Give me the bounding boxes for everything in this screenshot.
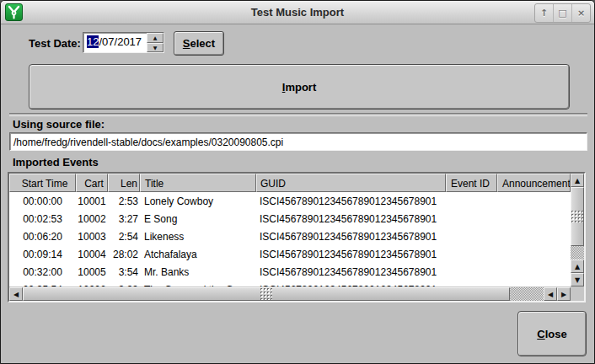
column-header-guid[interactable]: GUID (256, 174, 446, 192)
separator-line (9, 113, 587, 116)
close-icon: × (577, 8, 585, 19)
source-file-label: Using source file: (13, 118, 105, 131)
cell-start_time: 00:02:53 (9, 210, 76, 228)
table-grid: Start TimeCartLenTitleGUIDEvent IDAnnoun… (9, 174, 571, 286)
table-row[interactable]: 00:09:141000428:02AtchafalayaISCI4567890… (9, 245, 571, 263)
horizontal-scrollbar-track[interactable] (510, 287, 544, 301)
select-mnemonic: S (183, 37, 190, 50)
select-date-button[interactable]: Select (174, 31, 224, 56)
date-spin-down-button[interactable]: ▼ (147, 43, 163, 53)
cell-cart: 10001 (76, 192, 108, 210)
vertical-scrollbar[interactable]: ▲ ▲ ▼ (571, 174, 584, 286)
column-header-announcement[interactable]: Announcement (497, 174, 571, 192)
cell-len: 28:02 (108, 245, 140, 263)
test-music-import-dialog: Test Music Import ↑ □ × Test Date: 12/07… (0, 0, 595, 364)
events-table-body[interactable]: 00:00:00100012:53Lonely CowboyISCI456789… (9, 192, 571, 286)
vertical-scrollbar-track[interactable] (571, 246, 584, 260)
cell-event_id (446, 210, 497, 228)
title-bar[interactable]: Test Music Import ↑ □ × (1, 1, 594, 24)
table-header-row: Start TimeCartLenTitleGUIDEvent IDAnnoun… (9, 174, 571, 192)
import-button[interactable]: Import (29, 64, 570, 110)
cell-title: Atchafalaya (140, 245, 256, 263)
cell-announcement (497, 245, 571, 263)
maximize-icon: □ (558, 8, 566, 19)
spin-up-icon: ▲ (153, 35, 158, 40)
scroll-up-button-bottom[interactable]: ▲ (571, 260, 584, 273)
table-row[interactable]: 00:00:00100012:53Lonely CowboyISCI456789… (9, 192, 571, 210)
spin-down-icon: ▼ (153, 45, 158, 51)
cell-len: 3:33 (108, 281, 140, 286)
window-controls: ↑ □ × (534, 3, 591, 23)
scroll-up-icon: ▲ (575, 177, 580, 185)
cell-cart: 10004 (76, 245, 108, 263)
cell-announcement (497, 228, 571, 245)
scroll-down-icon: ▼ (575, 276, 580, 284)
thumb-grip-icon (260, 287, 272, 300)
close-label: lose (545, 328, 567, 340)
close-window-button[interactable]: × (571, 4, 590, 22)
column-header-start_time[interactable]: Start Time (9, 174, 76, 192)
scroll-right-icon: ▶ (561, 291, 566, 298)
date-rest-segment: /07/2017 (99, 35, 142, 48)
scroll-left-button[interactable]: ◀ (9, 287, 23, 301)
cell-guid: ISCI4567890123456789012345678901 (256, 281, 446, 286)
window-title: Test Music Import (1, 1, 594, 24)
cell-cart: 10003 (76, 228, 108, 245)
imported-events-label: Imported Events (13, 156, 99, 169)
scroll-up-icon: ▲ (575, 263, 580, 270)
horizontal-scrollbar[interactable]: ◀ ◀ ▶ (9, 287, 571, 301)
vertical-scrollbar-thumb[interactable] (571, 187, 584, 246)
shade-button[interactable]: ↑ (535, 4, 553, 22)
column-header-title[interactable]: Title (140, 174, 256, 192)
cell-start_time: 00:06:20 (9, 228, 76, 245)
cell-guid: ISCI4567890123456789012345678901 (256, 263, 446, 281)
cell-announcement (497, 210, 571, 228)
cell-cart: 10002 (76, 210, 108, 228)
cell-title: Likeness (140, 228, 256, 245)
test-date-spinbox[interactable]: 12/07/2017 ▲ ▼ (83, 32, 164, 53)
cell-announcement (497, 281, 571, 286)
select-label: elect (190, 37, 216, 50)
cell-len: 3:54 (108, 263, 140, 281)
scrollbar-corner (571, 287, 584, 301)
test-date-label: Test Date: (29, 37, 81, 50)
source-file-field[interactable]: /home/fredg/rivendell-stable/docs/exampl… (9, 132, 587, 151)
scroll-left-button-right[interactable]: ◀ (544, 287, 557, 301)
cell-title: Lonely Cowboy (140, 192, 256, 210)
cell-cart: 10005 (76, 263, 108, 281)
cell-guid: ISCI4567890123456789012345678901 (256, 192, 446, 210)
horizontal-scrollbar-thumb[interactable] (23, 287, 510, 301)
cell-guid: ISCI4567890123456789012345678901 (256, 245, 446, 263)
cell-guid: ISCI4567890123456789012345678901 (256, 210, 446, 228)
test-date-value[interactable]: 12/07/2017 (83, 33, 147, 52)
maximize-button[interactable]: □ (553, 4, 571, 22)
column-header-event_id[interactable]: Event ID (446, 174, 497, 192)
cell-title: The Gray and the Green (140, 281, 256, 286)
cell-start_time: 00:35:54 (9, 281, 76, 286)
scroll-right-button[interactable]: ▶ (557, 287, 571, 301)
date-selected-segment: 12 (87, 35, 99, 48)
cell-start_time: 00:09:14 (9, 245, 76, 263)
cell-len: 2:54 (108, 228, 140, 245)
cell-event_id (446, 228, 497, 245)
table-row[interactable]: 00:02:53100023:27E SongISCI4567890123456… (9, 210, 571, 228)
scroll-up-button[interactable]: ▲ (571, 174, 584, 187)
cell-title: E Song (140, 210, 256, 228)
cell-event_id (446, 281, 497, 286)
thumb-grip-icon (571, 210, 583, 222)
cell-event_id (446, 245, 497, 263)
column-header-len[interactable]: Len (108, 174, 140, 192)
table-row[interactable]: 00:32:00100053:54Mr. BanksISCI4567890123… (9, 263, 571, 281)
date-spin-up-button[interactable]: ▲ (147, 33, 163, 43)
table-row[interactable]: 00:06:20100032:54LikenessISCI45678901234… (9, 228, 571, 245)
table-row[interactable]: 00:35:54100063:33The Gray and the GreenI… (9, 281, 571, 286)
cell-len: 2:53 (108, 192, 140, 210)
cell-announcement (497, 263, 571, 281)
close-button[interactable]: Close (517, 311, 587, 356)
cell-start_time: 00:00:00 (9, 192, 76, 210)
close-mnemonic: C (537, 328, 544, 340)
scroll-left-icon: ◀ (13, 291, 19, 298)
column-header-cart[interactable]: Cart (76, 174, 108, 192)
import-label: mport (285, 81, 316, 94)
scroll-down-button[interactable]: ▼ (571, 273, 584, 286)
